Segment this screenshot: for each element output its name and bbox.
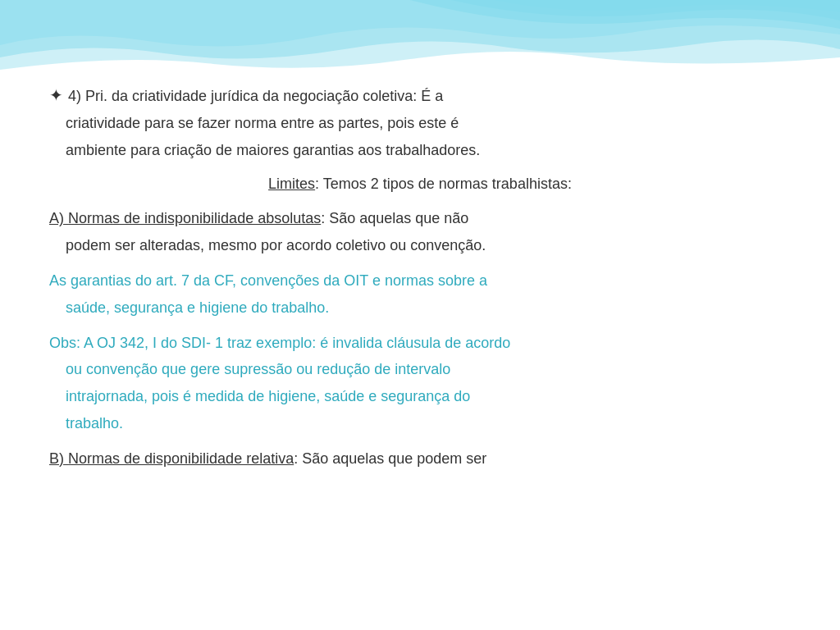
normas-relativa-label: Normas de disponibilidade relativa <box>68 450 294 467</box>
obs-line4: trabalho. <box>49 412 791 436</box>
obs-block: Obs: A OJ 342, I do SDI- 1 traz exemplo:… <box>49 331 791 436</box>
item-4-line1: ✦4) Pri. da criatividade jurídica da neg… <box>49 82 791 108</box>
garantias-line1: As garantias do art. 7 da CF, convenções… <box>49 269 791 293</box>
limites-text: : Temos 2 tipos de normas trabalhistas: <box>315 176 572 192</box>
normas-relativa-label-b: B) <box>49 450 68 467</box>
obs-line3: intrajornada, pois é medida de higiene, … <box>49 385 791 409</box>
normas-absolutas-line1-rest: : São aquelas que não <box>321 210 468 226</box>
limites-label: Limites <box>268 176 315 192</box>
garantias-line2: saúde, segurança e higiene do trabalho. <box>49 296 791 320</box>
normas-absolutas-block: A) Normas de indisponibilidade absolutas… <box>49 207 791 258</box>
normas-relativa-rest: : São aquelas que podem ser <box>294 450 486 467</box>
limites-block: Limites: Temos 2 tipos de normas trabalh… <box>49 172 791 196</box>
obs-line2: ou convenção que gere supressão ou reduç… <box>49 358 791 381</box>
item-4-line3: ambiente para criação de maiores garanti… <box>49 139 791 162</box>
normas-absolutas-line1: A) Normas de indisponibilidade absolutas… <box>49 207 791 231</box>
normas-absolutas-label: Normas de indisponibilidade absolutas <box>68 210 321 226</box>
item-4-line2: criatividade para se fazer norma entre a… <box>49 112 791 135</box>
normas-relativa-block: B) Normas de disponibilidade relativa: S… <box>49 447 791 471</box>
bullet-icon: ✦ <box>49 82 63 108</box>
item-4-block: ✦4) Pri. da criatividade jurídica da neg… <box>49 82 791 162</box>
item4-text-line1: 4) Pri. da criatividade jurídica da nego… <box>68 88 443 104</box>
obs-line1: Obs: A OJ 342, I do SDI- 1 traz exemplo:… <box>49 331 791 355</box>
main-content: ✦4) Pri. da criatividade jurídica da neg… <box>0 0 840 495</box>
garantias-block: As garantias do art. 7 da CF, convenções… <box>49 269 791 320</box>
normas-absolutas-label-a: A) <box>49 210 68 226</box>
normas-absolutas-line2: podem ser alteradas, mesmo por acordo co… <box>49 234 791 258</box>
